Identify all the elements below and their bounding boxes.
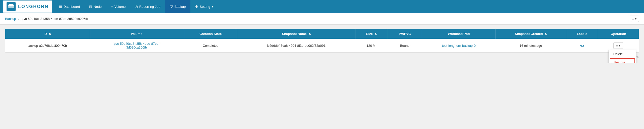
col-header-labels: Labels xyxy=(566,29,598,39)
labels-tag-icon[interactable]: 🏷 xyxy=(580,44,584,48)
delete-button[interactable]: Delete xyxy=(609,50,636,58)
workload-pod-link[interactable]: test-longhorn-backup-0 xyxy=(442,44,476,48)
size-sort-icon: ⇅ xyxy=(375,33,377,35)
dashboard-icon: ▦ xyxy=(59,5,62,9)
col-header-operation: Operation xyxy=(598,29,639,39)
operation-button[interactable]: ≡ ▾ xyxy=(613,42,624,49)
col-header-size[interactable]: Size ⇅ xyxy=(355,29,387,39)
setting-dropdown-icon: ▾ xyxy=(212,5,214,9)
operation-dropdown: Delete Restore Get URL xyxy=(609,50,636,63)
cell-pv-pvc: Bound xyxy=(387,39,422,53)
breadcrumb-separator: / xyxy=(18,17,19,21)
cell-operation: ≡ ▾ Delete Restore Get URL xyxy=(598,39,639,53)
nav-item-node[interactable]: ⊟ Node xyxy=(85,0,106,13)
nav-label-dashboard: Dashboard xyxy=(63,5,80,9)
main-content: ID ⇅ Volume Creation State Snapshot Name… xyxy=(0,25,644,63)
cell-volume: pvc-59d40ce8-f358-4ede-87ce-3d520ca206fb xyxy=(89,39,184,53)
nav-label-node: Node xyxy=(94,5,102,9)
col-header-creation-state: Creation State xyxy=(184,29,237,39)
col-header-snapshot-name[interactable]: Snapshot Name ⇅ xyxy=(237,29,355,39)
volume-link[interactable]: pvc-59d40ce8-f358-4ede-87ce-3d520ca206fb xyxy=(114,42,159,49)
operation-chevron-icon: ▾ xyxy=(619,44,621,48)
cell-labels: 🏷 xyxy=(566,39,598,53)
col-header-volume: Volume xyxy=(89,29,184,39)
cell-creation-state: Completed xyxy=(184,39,237,53)
nav-item-dashboard[interactable]: ▦ Dashboard xyxy=(54,0,85,13)
node-icon: ⊟ xyxy=(89,5,92,9)
col-header-workload-pod: Workload/Pod xyxy=(422,29,495,39)
recurring-job-icon: ◷ xyxy=(135,5,138,9)
watermark: CSDN @鬼畜的稀饭 xyxy=(5,55,639,59)
backup-table: ID ⇅ Volume Creation State Snapshot Name… xyxy=(5,29,639,53)
col-header-snapshot-created[interactable]: Snapshot Created ⇅ xyxy=(496,29,566,39)
col-header-id[interactable]: ID ⇅ xyxy=(5,29,89,39)
breadcrumb-bar: Backup / pvc-59d40ce8-f358-4ede-87ce-3d5… xyxy=(0,13,644,25)
setting-icon: ⚙ xyxy=(195,5,198,9)
cell-id: backup-a2c768dc1f00470b xyxy=(5,39,89,53)
nav-item-backup[interactable]: 🛡 Backup xyxy=(165,0,190,13)
nav-label-setting: Setting xyxy=(200,5,210,9)
dropdown-chevron-icon: ▾ xyxy=(635,17,637,21)
cell-snapshot-created: 16 minutes ago xyxy=(496,39,566,53)
list-icon: ≡ xyxy=(632,17,634,21)
nav-label-recurring-job: Recurring Job xyxy=(139,5,160,9)
table-row: backup-a2c768dc1f00470b pvc-59d40ce8-f35… xyxy=(5,39,639,53)
longhorn-logo-icon xyxy=(7,2,16,11)
nav-item-recurring-job[interactable]: ◷ Recurring Job xyxy=(130,0,165,13)
breadcrumb: Backup / pvc-59d40ce8-f358-4ede-87ce-3d5… xyxy=(5,17,88,21)
backup-table-container: ID ⇅ Volume Creation State Snapshot Name… xyxy=(5,29,639,53)
col-header-pv-pvc: PV/PVC xyxy=(387,29,422,39)
cell-size: 120 Mi xyxy=(355,39,387,53)
snapshot-created-sort-icon: ⇅ xyxy=(545,33,547,35)
operation-list-icon: ≡ xyxy=(616,44,618,48)
brand-name: LONGHORN xyxy=(18,4,49,9)
cell-snapshot-name: fc2d6dbf-3ca8-4204-8f3e-ae062f52a091 xyxy=(237,39,355,53)
brand-logo[interactable]: LONGHORN xyxy=(3,1,52,13)
table-body: backup-a2c768dc1f00470b pvc-59d40ce8-f35… xyxy=(5,39,639,53)
breadcrumb-backup-link[interactable]: Backup xyxy=(5,17,16,21)
nav-items: ▦ Dashboard ⊟ Node ≡ Volume ◷ Recurring … xyxy=(54,0,218,13)
id-sort-icon: ⇅ xyxy=(49,33,51,35)
nav-item-setting[interactable]: ⚙ Setting ▾ xyxy=(190,0,218,13)
volume-icon: ≡ xyxy=(111,5,113,9)
cell-workload-pod: test-longhorn-backup-0 xyxy=(422,39,495,53)
nav-label-volume: Volume xyxy=(114,5,126,9)
backup-icon: 🛡 xyxy=(170,5,173,9)
nav-item-volume[interactable]: ≡ Volume xyxy=(106,0,130,13)
breadcrumb-current: pvc-59d40ce8-f358-4ede-87ce-3d520ca206fb xyxy=(22,17,88,21)
restore-button[interactable]: Restore xyxy=(610,58,635,63)
view-options-button[interactable]: ≡ ▾ xyxy=(630,16,639,22)
nav-label-backup: Backup xyxy=(175,5,186,9)
table-header: ID ⇅ Volume Creation State Snapshot Name… xyxy=(5,29,639,39)
navbar: LONGHORN ▦ Dashboard ⊟ Node ≡ Volume ◷ R… xyxy=(0,0,644,13)
snapshot-name-sort-icon: ⇅ xyxy=(309,33,311,35)
